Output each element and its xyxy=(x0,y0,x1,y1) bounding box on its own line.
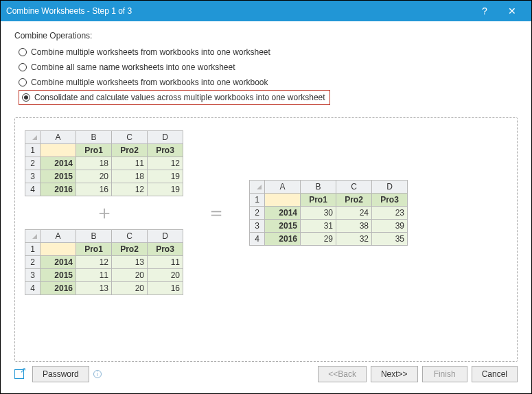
cell: 32 xyxy=(336,233,372,246)
cell: 12 xyxy=(148,157,183,170)
cell: 20 xyxy=(76,170,112,183)
col-header: A xyxy=(41,131,76,144)
cell: 20 xyxy=(112,282,148,295)
cell: 20 xyxy=(112,269,148,282)
content-area: Combine Operations: Combine multiple wor… xyxy=(1,21,531,362)
cell: 2015 xyxy=(41,170,76,183)
section-label: Combine Operations: xyxy=(14,31,518,40)
cell: 12 xyxy=(76,256,112,269)
radio-combine-into-worksheet[interactable]: Combine multiple worksheets from workboo… xyxy=(19,45,518,60)
left-tables: ABCD 1Pro1Pro2Pro3 22014181112 320152018… xyxy=(25,130,183,295)
back-button[interactable]: <<Back xyxy=(318,366,367,382)
cell: 19 xyxy=(148,170,183,183)
cell: 19 xyxy=(148,183,183,196)
close-icon[interactable]: ✕ xyxy=(498,1,526,21)
result-table: ABCD 1Pro1Pro2Pro3 22014302423 320153138… xyxy=(249,180,408,246)
cell: Pro3 xyxy=(372,194,408,207)
row-header: 3 xyxy=(25,269,41,282)
cell: 16 xyxy=(76,183,112,196)
radio-consolidate-calculate[interactable]: Consolidate and calculate values across … xyxy=(19,90,330,105)
col-header: B xyxy=(301,181,336,194)
cell: 2016 xyxy=(41,282,76,295)
radio-label: Combine multiple worksheets from workboo… xyxy=(31,78,268,87)
col-header: A xyxy=(41,230,76,243)
cell: Pro3 xyxy=(148,243,183,256)
col-header: A xyxy=(265,181,301,194)
footer: Password i <<Back Next>> Finish Cancel xyxy=(1,362,531,393)
radio-icon xyxy=(19,78,27,86)
cell: Pro2 xyxy=(112,144,148,157)
radio-same-name-worksheets[interactable]: Combine all same name worksheets into on… xyxy=(19,60,518,75)
col-header: C xyxy=(112,131,148,144)
row-header: 2 xyxy=(25,157,41,170)
equals-icon: ＝ xyxy=(200,203,233,222)
cell: 2014 xyxy=(41,256,76,269)
cell: 38 xyxy=(336,220,372,233)
row-header: 1 xyxy=(250,194,265,207)
info-icon[interactable]: i xyxy=(93,370,102,378)
cell: 30 xyxy=(301,207,336,220)
popout-icon[interactable] xyxy=(14,369,24,379)
cell: Pro3 xyxy=(148,144,183,157)
input-table-1: ABCD 1Pro1Pro2Pro3 22014181112 320152018… xyxy=(25,130,183,196)
cell: 11 xyxy=(112,157,148,170)
cell: 35 xyxy=(372,233,408,246)
cell xyxy=(41,144,76,157)
cell: 2015 xyxy=(265,220,301,233)
cell: Pro2 xyxy=(336,194,372,207)
radio-icon xyxy=(19,63,27,71)
cell: 11 xyxy=(76,269,112,282)
col-header: D xyxy=(148,131,183,144)
row-header: 4 xyxy=(25,282,41,295)
finish-button[interactable]: Finish xyxy=(422,366,467,382)
password-button[interactable]: Password xyxy=(32,366,89,382)
col-header: B xyxy=(76,131,112,144)
cell: 2015 xyxy=(41,269,76,282)
row-header: 1 xyxy=(25,243,41,256)
cell: 29 xyxy=(301,233,336,246)
cell: 2016 xyxy=(41,183,76,196)
cell: 13 xyxy=(76,282,112,295)
input-table-2: ABCD 1Pro1Pro2Pro3 22014121311 320151120… xyxy=(25,229,183,295)
cell: 11 xyxy=(148,256,183,269)
cell: 2016 xyxy=(265,233,301,246)
row-header: 1 xyxy=(25,144,41,157)
row-header: 4 xyxy=(250,233,265,246)
cell: Pro2 xyxy=(112,243,148,256)
col-header: B xyxy=(76,230,112,243)
cell: 31 xyxy=(301,220,336,233)
table-corner xyxy=(250,181,265,194)
cell: 39 xyxy=(372,220,408,233)
cell: 20 xyxy=(148,269,183,282)
cell xyxy=(41,243,76,256)
cell: 18 xyxy=(76,157,112,170)
radio-label: Combine multiple worksheets from workboo… xyxy=(31,47,270,57)
cancel-button[interactable]: Cancel xyxy=(472,366,518,382)
plus-icon: ＋ xyxy=(88,203,121,222)
cell: 18 xyxy=(112,170,148,183)
dialog-window: Combine Worksheets - Step 1 of 3 ? ✕ Com… xyxy=(0,0,532,394)
table-corner xyxy=(25,230,41,243)
col-header: C xyxy=(112,230,148,243)
table-corner xyxy=(25,131,41,144)
cell: 16 xyxy=(148,282,183,295)
cell: 23 xyxy=(372,207,408,220)
cell: Pro1 xyxy=(76,144,112,157)
radio-combine-into-workbook[interactable]: Combine multiple worksheets from workboo… xyxy=(19,75,518,90)
row-header: 3 xyxy=(25,170,41,183)
row-header: 2 xyxy=(250,207,265,220)
radio-group: Combine multiple worksheets from workboo… xyxy=(19,45,518,105)
col-header: D xyxy=(372,181,408,194)
cell: 13 xyxy=(112,256,148,269)
preview-panel: ABCD 1Pro1Pro2Pro3 22014181112 320152018… xyxy=(14,117,518,362)
titlebar: Combine Worksheets - Step 1 of 3 ? ✕ xyxy=(1,1,531,21)
help-icon[interactable]: ? xyxy=(471,1,498,21)
radio-icon xyxy=(19,48,27,56)
row-header: 4 xyxy=(25,183,41,196)
col-header: C xyxy=(336,181,372,194)
col-header: D xyxy=(148,230,183,243)
next-button[interactable]: Next>> xyxy=(371,366,418,382)
row-header: 3 xyxy=(250,220,265,233)
preview-inner: ABCD 1Pro1Pro2Pro3 22014181112 320152018… xyxy=(25,130,507,295)
cell: 2014 xyxy=(265,207,301,220)
